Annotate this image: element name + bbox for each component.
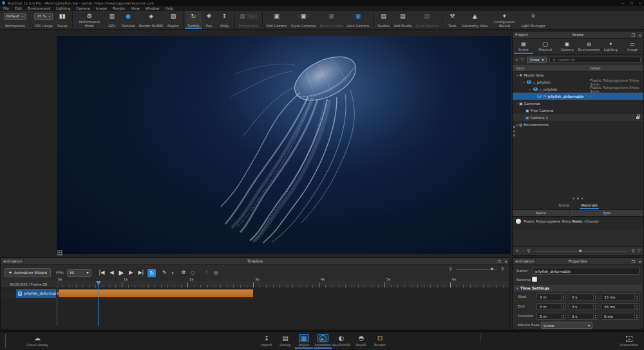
playhead-line[interactable]	[99, 281, 99, 326]
light-manager-button[interactable]: ☼ Light Manager	[519, 11, 547, 29]
animation-bar[interactable]	[59, 290, 253, 297]
timeline-panel-header[interactable]: Animation Timeline ❐ ×	[1, 258, 509, 265]
end-ms-spinner[interactable]: 33 ms ▴▾	[601, 303, 639, 310]
duration-ms-spinner[interactable]: 0 ms ▴▾	[601, 313, 639, 320]
list-view-icon[interactable]: ≡	[515, 248, 519, 253]
collapse-icon[interactable]: −	[522, 80, 526, 84]
reset-camera-button[interactable]: ▣ Reset Camera	[318, 11, 346, 29]
menu-view[interactable]: View	[131, 6, 140, 10]
tree-row-free-camera[interactable]: ▣ Free Camera -	[513, 107, 643, 114]
record-icon[interactable]: ●	[213, 268, 220, 278]
animation-track-label[interactable]: ✓ jellyfish_deformable	[1, 289, 56, 298]
type-column-header[interactable]: Type	[570, 210, 643, 217]
timeline-zoom-slider[interactable]	[456, 269, 497, 270]
tree-row-camera-1[interactable]: ▣ Camera 1 -	[513, 114, 643, 121]
render-button[interactable]: ⊡ Render	[370, 334, 390, 347]
keyframe-pen-icon[interactable]: ✎	[161, 268, 168, 278]
fps-dropdown[interactable]: 30 ▾	[67, 269, 91, 277]
pause-button[interactable]: ▮▮ Pause	[55, 11, 70, 29]
dock-grid-icon[interactable]	[57, 250, 64, 256]
reverse-checkbox[interactable]	[532, 277, 537, 282]
duration-minutes-spinner[interactable]: 0 m ▴▾	[536, 313, 566, 320]
chevron-down-icon[interactable]: ▾	[171, 268, 175, 278]
zoom-out-icon[interactable]: ⚲	[527, 248, 530, 253]
studios-button[interactable]: ▤ Studios	[375, 11, 392, 29]
float-panel-icon[interactable]: ❐	[498, 259, 501, 264]
visibility-eye-icon[interactable]	[537, 95, 542, 98]
item-column-header[interactable]: Item	[516, 65, 525, 71]
collapse-icon[interactable]: −	[528, 88, 532, 91]
menu-edit[interactable]: Edit	[15, 6, 22, 10]
filter-icon[interactable]: ▽	[638, 248, 641, 253]
float-panel-icon[interactable]: ❐	[632, 259, 635, 264]
close-panel-icon[interactable]: ×	[504, 259, 507, 264]
zoom-in-icon[interactable]: ⚲	[501, 266, 504, 272]
add-camera-button[interactable]: ▣ Add Camera	[265, 11, 289, 29]
keyshotxr-button[interactable]: ◐ KeyShotXR	[332, 334, 351, 347]
menu-image[interactable]: Image	[96, 6, 107, 10]
tree-row-environments[interactable]: + ◍ Environments	[513, 121, 643, 128]
menu-lighting[interactable]: Lighting	[56, 6, 70, 10]
tab-camera[interactable]: ▣ Camera	[556, 39, 578, 54]
loop-button[interactable]: ↻	[147, 269, 156, 277]
cycle-cameras-button[interactable]: ‹▣› Cycle Cameras	[289, 11, 318, 29]
dolly-button[interactable]: ↕ Dolly	[217, 11, 232, 29]
menu-window[interactable]: Window	[146, 6, 160, 10]
gpu-button[interactable]: ▥ GPU	[104, 11, 120, 29]
project-button[interactable]: ▦ Project	[294, 334, 314, 347]
camera-lock-icon[interactable]	[636, 116, 639, 119]
geometry-view-button[interactable]: ▲ Geometry View	[460, 11, 489, 29]
playhead-marker[interactable]	[96, 281, 101, 285]
thumbnail-size-slider[interactable]	[535, 251, 627, 252]
name-field[interactable]: jellyfish_deformable	[532, 268, 639, 275]
menu-render[interactable]: Render	[113, 6, 126, 10]
tree-row-jellyfish-child[interactable]: − △ jellyfish Plastic Polypropylene Shin…	[513, 86, 643, 93]
start-ms-spinner[interactable]: 33 ms ▴▾	[601, 293, 639, 300]
step-forward-button[interactable]: ▶	[128, 268, 134, 278]
search-input[interactable]: ⚲ Search All	[549, 57, 641, 63]
close-panel-icon[interactable]: ×	[638, 33, 641, 37]
grid-view-icon[interactable]: ∷	[522, 248, 524, 253]
start-seconds-spinner[interactable]: 0 s ▴▾	[569, 293, 598, 300]
render-nurbs-button[interactable]: ◈ Render NURBS	[137, 11, 166, 29]
minimize-icon[interactable]: —	[621, 1, 624, 5]
motion-ease-dropdown[interactable]: Linear ▾	[541, 322, 592, 329]
tree-row-jellyfish-deformable[interactable]: ◔ jellyfish_deformable -	[513, 93, 643, 100]
tree-row-cameras[interactable]: − ▣ Cameras	[513, 100, 643, 107]
keyvr-button[interactable]: ◓ KeyVR	[352, 334, 371, 347]
maximize-icon[interactable]: ❐	[630, 1, 632, 5]
close-icon[interactable]: ×	[639, 1, 641, 5]
menu-camera[interactable]: Camera	[76, 6, 90, 10]
workspaces-dropdown[interactable]: Default▾ Workspaces	[2, 11, 28, 29]
timeline-body[interactable]: 00:00:633 / Frame 20 0s 1s 2s 3s 4s 5s 6…	[1, 281, 509, 329]
library-button[interactable]: ▤ Library	[276, 334, 295, 347]
menu-file[interactable]: File	[3, 6, 9, 10]
close-panel-icon[interactable]: ×	[638, 259, 641, 264]
tools-button[interactable]: ⚒ Tools	[444, 11, 460, 29]
timeline-settings-gear-icon[interactable]: ⚙	[180, 268, 187, 278]
zoom-out-icon[interactable]: ⚲	[449, 266, 452, 272]
menu-environment[interactable]: Environment	[28, 6, 50, 10]
animation-wizard-button[interactable]: ✦ Animation Wizard	[5, 268, 51, 277]
material-list-item[interactable]: Plastic Polypropylene Shiny 3mm Plastic …	[513, 217, 643, 226]
properties-panel-header[interactable]: Animation Properties ❐ ×	[513, 258, 643, 265]
tree-row-model-sets[interactable]: − ❖ Model Sets	[513, 71, 643, 78]
tumble-button[interactable]: ↻ Tumble	[185, 11, 202, 29]
subtab-materials[interactable]: Materials	[580, 201, 599, 209]
import-button[interactable]: ↧ Import	[257, 334, 276, 347]
region-button[interactable]: ▧ Region	[166, 11, 181, 29]
name-column-header[interactable]: Name	[513, 210, 570, 217]
screenshot-button[interactable]: + Screenshot	[617, 334, 641, 347]
panel-resize-handle[interactable]	[513, 126, 515, 136]
visibility-eye-icon[interactable]	[527, 80, 531, 84]
time-settings-section[interactable]: ▾ Time Settings	[514, 285, 642, 291]
step-back-button[interactable]: ◀	[108, 268, 115, 278]
play-button[interactable]: ▶	[118, 268, 126, 278]
cycle-studios-button[interactable]: ‹▤› Cycle Studios	[413, 11, 440, 29]
track-checkbox[interactable]: ✓	[18, 291, 22, 296]
cpu-usage-dropdown[interactable]: 25 %▾ CPU Usage	[32, 11, 54, 29]
animation-button[interactable]: ▶ Animation	[313, 334, 332, 347]
visibility-eye-icon[interactable]	[533, 88, 538, 91]
pan-button[interactable]: ✚ Pan	[202, 11, 217, 29]
tab-image[interactable]: ▭ Image	[621, 39, 643, 54]
